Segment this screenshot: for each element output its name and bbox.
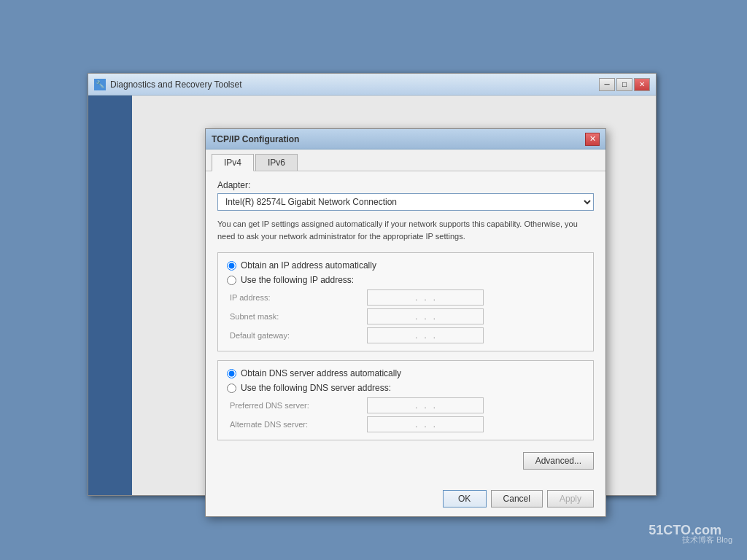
dns-auto-row: Obtain DNS server address automatically: [227, 368, 584, 378]
cancel-button[interactable]: Cancel: [491, 490, 543, 508]
sidebar-panel: [88, 96, 132, 495]
ok-button[interactable]: OK: [443, 490, 487, 508]
outer-content: TCP/IP Configuration ✕ IPv4 IPv6: [88, 96, 656, 495]
preferred-dns-input[interactable]: [367, 397, 484, 413]
dialog-close-button[interactable]: ✕: [585, 133, 600, 146]
desktop: 🔧 Diagnostics and Recovery Toolset ─ □ ✕…: [0, 0, 747, 560]
dns-manual-row: Use the following DNS server address:: [227, 383, 584, 393]
dialog-titlebar: TCP/IP Configuration ✕: [206, 129, 605, 149]
ip-auto-row: Obtain an IP address automatically: [227, 260, 584, 271]
alternate-dns-input[interactable]: [367, 416, 484, 432]
default-gateway-label: Default gateway:: [230, 327, 361, 343]
ip-manual-radio[interactable]: [227, 276, 236, 285]
advanced-button[interactable]: Advanced...: [523, 452, 594, 470]
outer-window: 🔧 Diagnostics and Recovery Toolset ─ □ ✕…: [88, 73, 657, 496]
ip-address-label: IP address:: [230, 289, 361, 306]
outer-titlebar: 🔧 Diagnostics and Recovery Toolset ─ □ ✕: [88, 74, 656, 96]
description-text: You can get IP settings assigned automat…: [217, 218, 594, 242]
apply-button[interactable]: Apply: [547, 490, 594, 508]
ip-section: Obtain an IP address automatically Use t…: [217, 252, 594, 351]
tab-bar: IPv4 IPv6: [206, 149, 605, 171]
ip-auto-label: Obtain an IP address automatically: [241, 260, 376, 271]
adapter-label: Adapter:: [217, 180, 594, 190]
subnet-mask-label: Subnet mask:: [230, 308, 361, 324]
dns-fields-grid: Preferred DNS server: Alternate DNS serv…: [227, 397, 584, 432]
main-panel: TCP/IP Configuration ✕ IPv4 IPv6: [132, 96, 656, 495]
tab-ipv6[interactable]: IPv6: [255, 154, 298, 171]
dialog-body: Adapter: Intel(R) 82574L Gigabit Network…: [206, 171, 605, 484]
watermark: 51CTO.com 技术博客 Blog: [682, 534, 732, 545]
dialog-footer: OK Cancel Apply: [206, 484, 605, 516]
ip-fields-grid: IP address: Subnet mask: Default gateway…: [227, 289, 584, 343]
close-outer-button[interactable]: ✕: [634, 78, 650, 91]
tab-ipv4[interactable]: IPv4: [212, 154, 254, 171]
alternate-dns-label: Alternate DNS server:: [230, 416, 361, 432]
preferred-dns-label: Preferred DNS server:: [230, 397, 361, 413]
dialog-title: TCP/IP Configuration: [212, 134, 585, 144]
watermark-site: 51CTO.com: [649, 523, 721, 538]
dns-manual-radio[interactable]: [227, 384, 236, 393]
advanced-row: Advanced...: [217, 449, 594, 475]
dns-section: Obtain DNS server address automatically …: [217, 360, 594, 440]
maximize-button[interactable]: □: [616, 78, 632, 91]
dns-auto-label: Obtain DNS server address automatically: [241, 368, 401, 378]
dns-auto-radio[interactable]: [227, 369, 236, 378]
ip-manual-row: Use the following IP address:: [227, 275, 584, 285]
adapter-dropdown[interactable]: Intel(R) 82574L Gigabit Network Connecti…: [217, 193, 594, 211]
tcpip-dialog: TCP/IP Configuration ✕ IPv4 IPv6: [205, 128, 606, 517]
ip-address-input[interactable]: [367, 289, 484, 306]
outer-window-controls: ─ □ ✕: [599, 78, 650, 91]
ip-manual-label: Use the following IP address:: [241, 275, 354, 285]
minimize-button[interactable]: ─: [599, 78, 615, 91]
default-gateway-input[interactable]: [367, 327, 484, 343]
dns-manual-label: Use the following DNS server address:: [241, 383, 391, 393]
diagnostics-icon: 🔧: [94, 79, 106, 90]
ip-auto-radio[interactable]: [227, 261, 236, 271]
outer-window-title: Diagnostics and Recovery Toolset: [110, 79, 599, 90]
subnet-mask-input[interactable]: [367, 308, 484, 324]
